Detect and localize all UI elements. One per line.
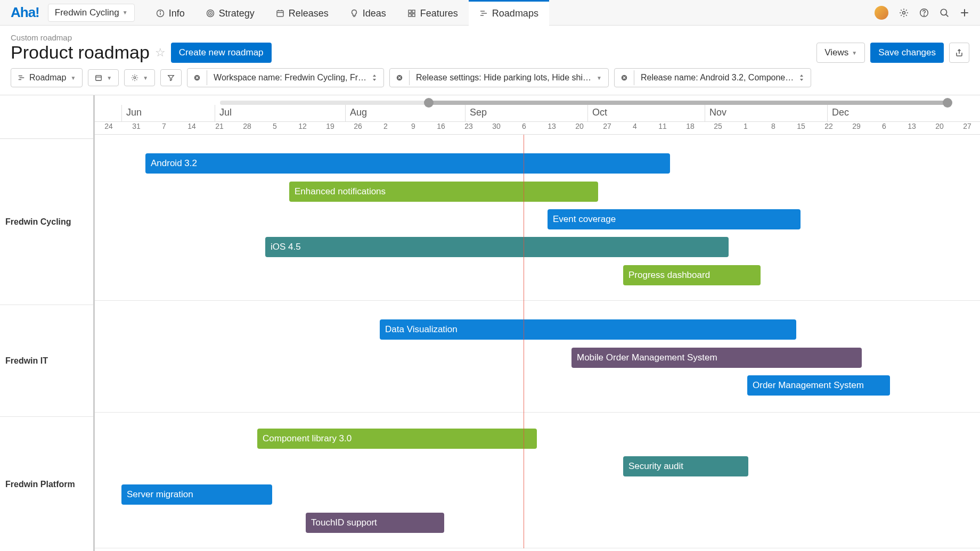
tab-label: Strategy	[219, 8, 255, 19]
day-cell: 30	[483, 122, 510, 134]
gantt-bar[interactable]: Order Management System	[747, 375, 890, 396]
svg-rect-6	[277, 11, 283, 17]
filter-body[interactable]: Release name: Android 3.2, Compone…	[634, 69, 811, 87]
remove-filter-icon[interactable]	[187, 70, 207, 85]
save-changes-button[interactable]: Save changes	[870, 43, 944, 63]
tab-label: Features	[420, 8, 458, 19]
gantt-bar[interactable]: Enhanced notifications	[289, 182, 598, 202]
swimlane: Data VisualizationMobile Order Managemen…	[95, 301, 980, 413]
day-cell: 25	[704, 122, 732, 134]
avatar[interactable]	[875, 6, 888, 20]
tab-label: Releases	[289, 8, 329, 19]
filter-release-name: Release name: Android 3.2, Compone…	[614, 68, 811, 87]
share-button[interactable]	[949, 43, 969, 63]
gantt-bar[interactable]: TouchID support	[306, 513, 444, 533]
gantt-lanes: Android 3.2Enhanced notificationsEvent c…	[95, 135, 980, 548]
gantt-icon	[18, 74, 25, 81]
filter-text: Release name: Android 3.2, Compone…	[641, 73, 794, 83]
svg-point-18	[903, 11, 905, 14]
info-icon	[156, 9, 165, 18]
day-cell: 20	[926, 122, 953, 134]
workspace-name: Fredwin Cycling	[55, 7, 119, 18]
filter-text: Release settings: Hide parking lots, Hid…	[416, 73, 591, 83]
caret-down-icon: ▼	[143, 75, 148, 81]
month-jun: Jun	[121, 105, 215, 121]
day-cell: 19	[316, 122, 344, 134]
day-cell: 11	[649, 122, 676, 134]
breadcrumb[interactable]: Custom roadmap	[0, 26, 980, 42]
create-roadmap-button[interactable]: Create new roadmap	[171, 43, 272, 63]
months-header: JunJulAugSepOctNovDec	[95, 105, 980, 122]
filter-body[interactable]: Workspace name: Fredwin Cycling, Fr…	[207, 69, 383, 87]
time-scrubber	[95, 95, 980, 105]
search-button[interactable]	[940, 8, 949, 18]
swimlane-label[interactable]: Fredwin IT	[0, 305, 93, 417]
gantt-bar[interactable]: Mobile Order Management System	[571, 348, 862, 368]
filter-body[interactable]: Release settings: Hide parking lots, Hid…	[410, 69, 608, 87]
remove-filter-icon[interactable]	[390, 70, 410, 85]
day-cell: 2	[372, 122, 399, 134]
workspace-selector[interactable]: Fredwin Cycling ▼	[48, 4, 135, 22]
gantt-bar[interactable]: Component library 3.0	[257, 429, 537, 449]
svg-rect-14	[412, 14, 415, 17]
views-button[interactable]: Views ▼	[816, 43, 865, 63]
gantt-bar[interactable]: Data Visualization	[380, 319, 796, 340]
roadmap-label: Roadmap	[29, 73, 66, 83]
lightbulb-icon	[350, 9, 358, 18]
gantt-sidebar: Fredwin CyclingFredwin ITFredwin Platfor…	[0, 95, 95, 551]
gantt-bar[interactable]: Security audit	[623, 456, 748, 476]
tab-releases[interactable]: Releases	[265, 0, 339, 26]
scrub-handle-start[interactable]	[424, 98, 434, 108]
day-cell: 14	[178, 122, 206, 134]
add-button[interactable]	[960, 8, 969, 18]
caret-down-icon: ▼	[123, 10, 128, 15]
days-header: 2431714212851219262916233061320274111825…	[95, 122, 980, 135]
page-title: Product roadmap	[11, 42, 150, 63]
remove-filter-icon[interactable]	[615, 70, 634, 85]
gantt-bar[interactable]: Server migration	[121, 484, 272, 505]
caret-down-icon: ▼	[107, 75, 112, 81]
filter-release-settings: Release settings: Hide parking lots, Hid…	[389, 68, 609, 87]
filter-toolbar: Roadmap ▼ ▼ ▼ Workspace name: Fredwin Cy…	[0, 68, 980, 95]
day-cell: 4	[621, 122, 649, 134]
day-cell: 13	[538, 122, 566, 134]
settings-dropdown[interactable]: ▼	[124, 69, 155, 86]
tab-roadmaps[interactable]: Roadmaps	[469, 0, 549, 26]
day-cell: 16	[427, 122, 455, 134]
favorite-star-icon[interactable]: ☆	[155, 46, 166, 60]
gantt-bar[interactable]: Android 3.2	[145, 153, 670, 174]
scrub-fill	[428, 101, 948, 105]
swimlane-label[interactable]: Fredwin Platform	[0, 417, 93, 551]
brand-logo[interactable]: Aha!	[11, 4, 39, 21]
day-cell: 27	[953, 122, 980, 134]
sort-icon	[799, 75, 804, 81]
views-label: Views	[824, 47, 848, 58]
day-cell: 6	[870, 122, 898, 134]
month-oct: Oct	[587, 105, 705, 121]
day-cell: 12	[289, 122, 316, 134]
gantt-bar[interactable]: iOS 4.5	[265, 237, 729, 257]
grid-icon	[407, 9, 416, 18]
gantt-bar[interactable]: Progress dashboard	[623, 265, 761, 285]
date-picker-button[interactable]: ▼	[88, 69, 119, 86]
tab-info[interactable]: Info	[145, 0, 195, 26]
tab-features[interactable]: Features	[397, 0, 469, 26]
swimlane-label[interactable]: Fredwin Cycling	[0, 139, 93, 305]
svg-rect-11	[409, 10, 411, 13]
roadmap-dropdown[interactable]: Roadmap ▼	[11, 68, 83, 87]
settings-button[interactable]	[899, 8, 909, 18]
calendar-icon	[276, 9, 284, 18]
day-cell: 5	[261, 122, 289, 134]
tab-ideas[interactable]: Ideas	[339, 0, 397, 26]
target-icon	[206, 9, 215, 18]
gantt-bar[interactable]: Event coverage	[548, 209, 801, 229]
tab-strategy[interactable]: Strategy	[195, 0, 265, 26]
month-jul: Jul	[215, 105, 345, 121]
sidebar-header-blank	[0, 95, 93, 139]
sort-icon	[372, 75, 377, 81]
day-cell: 20	[566, 122, 593, 134]
scrub-handle-end[interactable]	[943, 98, 952, 108]
help-button[interactable]	[919, 8, 929, 18]
filter-button[interactable]	[160, 69, 182, 86]
day-cell: 7	[150, 122, 178, 134]
